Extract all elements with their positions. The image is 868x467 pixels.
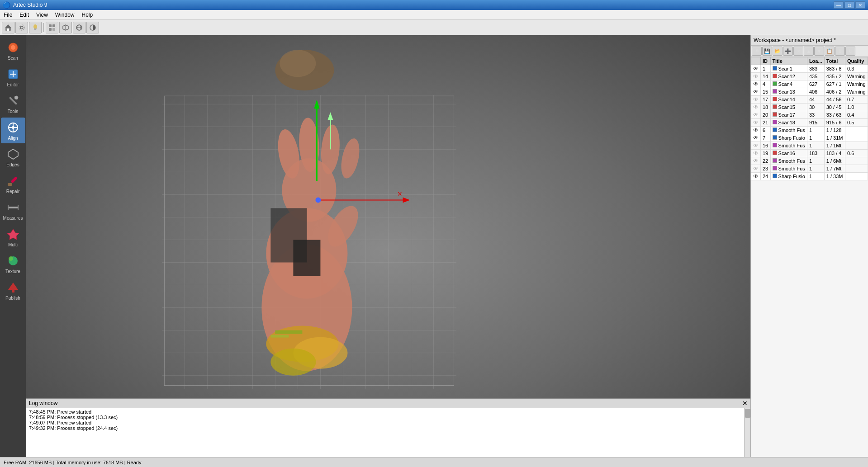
svg-rect-79: [275, 330, 302, 334]
row-id: 20: [761, 111, 771, 119]
row-eye[interactable]: 👁: [751, 104, 761, 111]
row-total: 183 / 4: [824, 150, 845, 157]
row-title: Scan15: [770, 104, 807, 111]
workspace-title: Workspace - <unnamed> project *: [754, 37, 836, 43]
table-row[interactable]: 👁20 Scan173333 / 630.4: [751, 111, 868, 119]
sidebar-item-edges[interactable]: Edges: [1, 144, 25, 170]
table-row[interactable]: 👁14 Scan12435435 / 2Warning: [751, 73, 868, 80]
ws-btn-add[interactable]: ➕: [783, 47, 793, 56]
sidebar-item-publish[interactable]: Publish: [1, 278, 25, 303]
ws-btn-down[interactable]: ▼: [814, 47, 824, 56]
row-total: 30 / 45: [824, 104, 845, 111]
row-eye[interactable]: 👁: [751, 134, 761, 142]
table-scroll[interactable]: ID Title Loa... Total Quality 👁1 Scan138…: [751, 57, 868, 467]
maximize-button[interactable]: □: [844, 1, 854, 9]
ws-btn-copy[interactable]: 📋: [825, 47, 835, 56]
sidebar-item-repair[interactable]: Repair: [1, 171, 25, 197]
svg-rect-32: [8, 207, 18, 208]
row-eye[interactable]: 👁: [751, 80, 761, 88]
table-row[interactable]: 👁22 Smooth Fus11 / 6Mt: [751, 157, 868, 165]
row-load: 383: [807, 65, 824, 73]
log-entry: 7:48:45 PM: Preview started: [29, 409, 741, 415]
svg-point-4: [19, 25, 24, 30]
editor-icon: [6, 67, 20, 81]
table-row[interactable]: 👁1 Scan1383383 / 80.3: [751, 65, 868, 73]
toolbar-view1[interactable]: [46, 22, 58, 33]
sidebar-item-scan[interactable]: Scan: [1, 38, 25, 63]
title-bar-controls[interactable]: — □ ✕: [834, 1, 865, 9]
row-title: Scan4: [770, 80, 807, 88]
table-row[interactable]: 👁7 Sharp Fusio11 / 31M: [751, 134, 868, 142]
row-total: 627 / 1: [824, 80, 845, 88]
log-scroll-thumb[interactable]: [745, 409, 750, 418]
svg-point-28: [12, 126, 14, 129]
ws-btn-refresh[interactable]: ↻: [845, 47, 855, 56]
sidebar-item-align[interactable]: Align: [1, 118, 25, 143]
toolbar-settings[interactable]: [15, 22, 28, 33]
menu-file[interactable]: File: [0, 10, 16, 19]
row-eye[interactable]: 👁: [751, 142, 761, 150]
ws-btn-eye[interactable]: 👁: [752, 47, 762, 56]
ws-btn-delete[interactable]: ✕: [793, 47, 803, 56]
menu-view[interactable]: View: [33, 10, 52, 19]
sidebar-item-measures[interactable]: Measures: [1, 198, 25, 223]
minimize-button[interactable]: —: [834, 1, 844, 9]
table-row[interactable]: 👁6 Smooth Fus11 / 128: [751, 127, 868, 134]
sidebar-item-editor[interactable]: Editor: [1, 64, 25, 90]
ws-btn-open[interactable]: 📂: [773, 47, 783, 56]
row-quality: Warning: [845, 73, 868, 80]
row-id: 15: [761, 88, 771, 96]
sidebar-item-multi[interactable]: Multi: [1, 224, 25, 250]
row-eye[interactable]: 👁: [751, 165, 761, 173]
close-button[interactable]: ✕: [855, 1, 865, 9]
row-eye[interactable]: 👁: [751, 173, 761, 180]
row-title: Scan18: [770, 119, 807, 127]
ws-btn-info[interactable]: ℹ: [835, 47, 845, 56]
app-title: Artec Studio 9: [13, 2, 47, 8]
log-close-button[interactable]: ✕: [742, 400, 748, 407]
ws-btn-up[interactable]: ▲: [804, 47, 814, 56]
row-eye[interactable]: 👁: [751, 119, 761, 127]
col-id: ID: [761, 57, 771, 65]
row-eye[interactable]: 👁: [751, 157, 761, 165]
row-eye[interactable]: 👁: [751, 150, 761, 157]
toolbar-globe[interactable]: [73, 22, 85, 33]
row-eye[interactable]: 👁: [751, 65, 761, 73]
row-eye[interactable]: 👁: [751, 111, 761, 119]
table-row[interactable]: 👁15 Scan13406406 / 2Warning: [751, 88, 868, 96]
svg-rect-8: [49, 24, 52, 27]
row-eye[interactable]: 👁: [751, 88, 761, 96]
log-scrollbar[interactable]: [744, 408, 750, 457]
table-row[interactable]: 👁24 Sharp Fusio11 / 33M: [751, 173, 868, 180]
toolbar-light[interactable]: [29, 22, 42, 33]
menu-edit[interactable]: Edit: [16, 10, 33, 19]
table-row[interactable]: 👁21 Scan18915915 / 60.5: [751, 119, 868, 127]
table-row[interactable]: 👁18 Scan153030 / 451.0: [751, 104, 868, 111]
tools-icon: [6, 94, 20, 108]
toolbar-box[interactable]: [59, 22, 72, 33]
table-row[interactable]: 👁16 Smooth Fus11 / 1Mt: [751, 142, 868, 150]
svg-point-19: [11, 45, 15, 50]
measures-label: Measures: [3, 216, 23, 221]
table-row[interactable]: 👁23 Smooth Fus11 / 7Mt: [751, 165, 868, 173]
svg-rect-11: [52, 28, 55, 31]
menu-bar: File Edit View Window Help: [0, 10, 868, 20]
toolbar-home[interactable]: [2, 22, 14, 33]
col-title: Title: [770, 57, 807, 65]
log-entry: 7:49:32 PM: Process stopped (24.4 sec): [29, 425, 741, 431]
menu-help[interactable]: Help: [78, 10, 97, 19]
row-eye[interactable]: 👁: [751, 96, 761, 104]
menu-window[interactable]: Window: [52, 10, 78, 19]
svg-point-90: [280, 50, 316, 77]
ws-btn-save[interactable]: 💾: [762, 47, 772, 56]
table-row[interactable]: 👁4 Scan4627627 / 1Warning: [751, 80, 868, 88]
row-load: 1: [807, 165, 824, 173]
svg-rect-9: [52, 24, 55, 27]
sidebar-item-tools[interactable]: Tools: [1, 91, 25, 117]
table-row[interactable]: 👁17 Scan144444 / 560.7: [751, 96, 868, 104]
toolbar-half[interactable]: [86, 22, 99, 33]
sidebar-item-texture[interactable]: Texture: [1, 251, 25, 277]
table-row[interactable]: 👁19 Scan16183183 / 40.6: [751, 150, 868, 157]
row-eye[interactable]: 👁: [751, 73, 761, 80]
row-eye[interactable]: 👁: [751, 127, 761, 134]
